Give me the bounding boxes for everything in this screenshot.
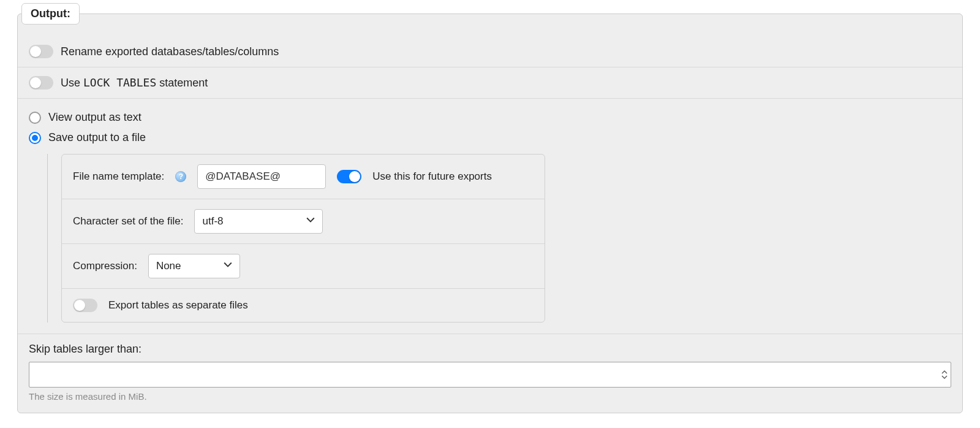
separate-files-label: Export tables as separate files [108, 299, 248, 311]
output-legend: Output: [21, 3, 80, 25]
skip-tables-stepper[interactable] [941, 370, 948, 380]
charset-label: Character set of the file: [73, 215, 183, 227]
separate-files-toggle[interactable] [73, 299, 97, 312]
chevron-down-icon [224, 260, 232, 272]
future-exports-label: Use this for future exports [372, 170, 492, 183]
file-template-row: File name template: ? Use this for futur… [62, 155, 545, 199]
save-to-file-radio[interactable] [29, 132, 41, 144]
output-fieldset: Output: Rename exported databases/tables… [17, 13, 963, 413]
skip-tables-section: Skip tables larger than: The size is mea… [18, 334, 962, 413]
output-mode-group: View output as text Save output to a fil… [18, 99, 962, 148]
lock-tables-toggle[interactable] [29, 76, 53, 90]
file-template-input[interactable] [197, 164, 326, 189]
view-as-text-radio[interactable] [29, 112, 41, 124]
skip-tables-input[interactable] [29, 362, 951, 388]
rename-row: Rename exported databases/tables/columns [18, 14, 962, 67]
save-to-file-panel: File name template: ? Use this for futur… [61, 154, 545, 323]
chevron-down-icon [306, 215, 315, 227]
compression-label: Compression: [73, 260, 137, 272]
chevron-down-icon [941, 375, 948, 380]
compression-select[interactable]: None [148, 254, 240, 278]
help-icon[interactable]: ? [175, 171, 186, 182]
save-to-file-label: Save output to a file [48, 131, 146, 144]
separate-files-row: Export tables as separate files [62, 289, 545, 322]
view-as-text-label: View output as text [48, 111, 141, 124]
rename-toggle[interactable] [29, 45, 53, 58]
lock-tables-label: Use LOCK TABLES statement [61, 76, 208, 90]
chevron-up-icon [941, 370, 948, 375]
skip-tables-label: Skip tables larger than: [29, 342, 951, 362]
skip-tables-helper: The size is measured in MiB. [29, 388, 951, 409]
charset-value: utf-8 [202, 215, 223, 227]
save-to-file-panel-indent: File name template: ? Use this for futur… [47, 154, 951, 323]
charset-select[interactable]: utf-8 [194, 209, 323, 234]
compression-value: None [156, 260, 181, 272]
future-exports-toggle[interactable] [337, 170, 361, 183]
charset-row: Character set of the file: utf-8 [62, 199, 545, 244]
file-template-label: File name template: [73, 170, 164, 183]
compression-row: Compression: None [62, 244, 545, 289]
rename-label: Rename exported databases/tables/columns [61, 45, 279, 58]
lock-tables-row: Use LOCK TABLES statement [18, 67, 962, 99]
lock-tables-code: LOCK TABLES [83, 76, 156, 89]
